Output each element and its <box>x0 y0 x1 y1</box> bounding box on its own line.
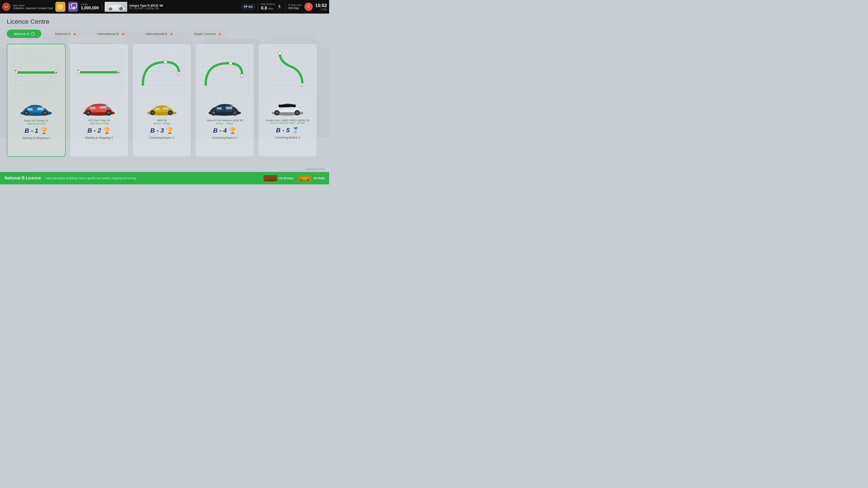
card-b5-track: KYOTO DRIVING PARK - MIYABI <box>271 122 305 125</box>
card-b3-car-name: S800 '66 <box>157 119 166 122</box>
card-b1-car-name: Demio XD Touring '15 <box>24 119 48 122</box>
svg-rect-81 <box>217 107 222 109</box>
svg-point-30 <box>15 71 18 73</box>
tab-super-licence[interactable]: Super Licence 🔺 <box>187 29 229 38</box>
badge-row-b2: B - 2 🏆 <box>88 127 111 134</box>
svg-rect-39 <box>37 107 43 110</box>
card-b2-track: High Speed Ring <box>90 122 108 125</box>
licence-tabs: National B National A 🔺 International B … <box>7 29 322 38</box>
trophy-b5: 🥈 <box>292 127 299 134</box>
svg-point-66 <box>169 112 171 113</box>
trophy-b4: 🏆 <box>229 127 236 134</box>
svg-rect-40 <box>78 71 120 73</box>
runner-icon: 🏃 <box>277 4 282 9</box>
level-badge: 7 <box>305 3 313 11</box>
top-bar: GT Menu Book Collection: Japanese Compac… <box>0 0 329 13</box>
tab-connector-3 <box>132 34 139 34</box>
track-area-b3: ↙ <box>136 48 188 98</box>
svg-text:↙: ↙ <box>241 75 243 77</box>
card-b1[interactable]: ◀ Demio XD Touring '15 High Spee <box>7 44 66 157</box>
svg-point-100 <box>273 179 274 181</box>
car-name: Integra Type R (DC2) '98 <box>129 4 163 7</box>
badge-code-b1: B - 1 <box>25 127 38 134</box>
time-display: 15:52 <box>315 3 327 8</box>
menu-book: Menu Book Collection: Japanese Compact C… <box>13 4 53 9</box>
svg-text:GT: GT <box>4 6 8 8</box>
card-b5[interactable]: ↙ Corolla Levin 1600GT APEX <box>258 44 317 157</box>
workout-info: Daily Workout 0.0 Miles <box>261 3 275 11</box>
card-b3[interactable]: ↙ S800 '66 Alsace - Village <box>132 44 191 157</box>
badge-row-b1: B - 1 🏆 <box>25 127 48 134</box>
mission-icon[interactable] <box>55 2 65 12</box>
svg-point-35 <box>25 112 28 114</box>
credits-amount: 1,000,000 <box>81 6 99 10</box>
car-display-b2 <box>79 99 119 118</box>
track-area-b1: ◀ <box>11 49 62 98</box>
svg-point-78 <box>213 111 215 114</box>
card-b2[interactable]: ◀ GTO Twin Turbo '91 High Speed <box>70 44 128 157</box>
svg-text:↙: ↙ <box>302 84 303 86</box>
svg-rect-14 <box>117 6 121 8</box>
svg-point-80 <box>234 111 236 114</box>
badge-code-b5: B - 5 <box>276 127 290 134</box>
svg-point-52 <box>107 111 110 114</box>
svg-rect-68 <box>163 107 168 109</box>
tab-connector-4 <box>180 34 187 34</box>
lesson-b2: Starting & Stopping 2 <box>85 136 113 139</box>
level-label: To Next Level <box>288 4 302 6</box>
card-b4-car-name: Silvia K's Dia Selection (S13) '90 <box>207 119 243 122</box>
svg-text:◀: ◀ <box>118 71 119 73</box>
badge-code-b3: B - 3 <box>150 127 164 134</box>
card-b4[interactable]: ↙ Silvia K's Dia Selection (S13) '90 <box>195 44 254 157</box>
tab-international-a[interactable]: International A 🔺 <box>139 29 180 38</box>
menu-book-title: Menu Book <box>13 4 53 7</box>
tab-national-a[interactable]: National A 🔺 <box>48 29 84 38</box>
cone-icon-2: 🔺 <box>121 32 125 36</box>
svg-point-64 <box>152 112 153 113</box>
tab-national-b-label: National B <box>13 32 29 36</box>
car-preview <box>105 2 127 12</box>
bottom-bar-desc: Learn the basics of driving: how to get … <box>45 177 259 180</box>
trophy-b2: 🏆 <box>103 127 111 134</box>
card-b1-track: High Speed Ring <box>27 122 45 125</box>
svg-point-59 <box>164 61 167 64</box>
workout-unit: Miles <box>268 7 273 10</box>
track-area-b4: ↙ <box>199 48 250 98</box>
svg-rect-13 <box>109 7 113 8</box>
card-b3-track: Alsace - Village <box>153 122 170 125</box>
badge-code-b2: B - 2 <box>88 127 101 134</box>
svg-point-87 <box>278 52 281 55</box>
all-gold-label: All Gold <box>313 176 324 180</box>
car-display-b4 <box>204 99 245 118</box>
svg-rect-54 <box>100 106 106 109</box>
svg-rect-25 <box>15 71 57 74</box>
tab-international-b-label: International B <box>97 32 119 36</box>
badge-row-b5: B - 5 🥈 <box>276 127 299 134</box>
cards-container: ◀ Demio XD Touring '15 High Spee <box>7 44 322 157</box>
svg-point-50 <box>87 111 90 114</box>
lesson-b4: Cornering Basics 2 <box>212 136 237 139</box>
trophy-b3: 🏆 <box>166 127 174 134</box>
tab-international-b[interactable]: International B 🔺 <box>90 29 132 38</box>
svg-rect-96 <box>279 107 284 109</box>
lesson-b1: Starting & Stopping 1 <box>22 136 50 140</box>
workout-value: 0.0 <box>261 5 267 11</box>
badge-row-b3: B - 3 🏆 <box>150 127 174 134</box>
bronze-car-icon <box>264 175 277 182</box>
divider-2 <box>258 2 258 11</box>
captured-text: Captured on PS5 <box>306 168 324 170</box>
all-bronze-label: All Bronze <box>279 176 293 180</box>
date-display: 2 Sep <box>321 8 327 11</box>
svg-point-103 <box>307 179 309 181</box>
svg-rect-53 <box>90 107 96 109</box>
svg-point-102 <box>300 179 302 181</box>
card-b4-track: Alsace - Village <box>216 122 233 125</box>
svg-rect-97 <box>289 107 294 109</box>
car-display-b5 <box>267 99 308 118</box>
music-icon[interactable] <box>68 2 78 12</box>
track-area-b5: ↙ <box>262 48 313 98</box>
tab-national-b[interactable]: National B <box>7 30 41 38</box>
tab-connector-1 <box>41 34 48 34</box>
all-gold-reward: All Gold <box>298 175 324 182</box>
page-title: Licence Centre <box>7 18 322 25</box>
